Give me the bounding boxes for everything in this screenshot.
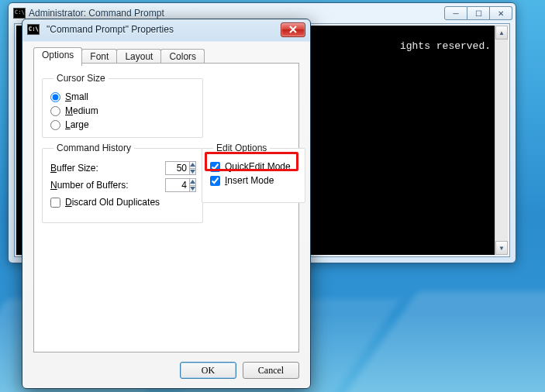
tab-page-options: Cursor Size SSmallmall Medium Large Comm…	[33, 63, 299, 352]
buffer-size-up[interactable]	[190, 162, 195, 169]
properties-dialog: "Command Prompt" Properties Options Font…	[22, 19, 311, 389]
insert-mode[interactable]: Insert Mode	[210, 174, 297, 187]
group-cursor-size-label: Cursor Size	[53, 73, 109, 84]
discard-dupes-checkbox[interactable]	[50, 198, 60, 208]
group-edit-options-label: Edit Options	[213, 143, 270, 153]
dialog-cmd-icon	[27, 24, 40, 35]
dialog-buttons: OK Cancel	[180, 362, 299, 379]
scroll-up-button[interactable]: ▲	[495, 26, 508, 40]
cancel-button[interactable]: Cancel	[243, 362, 299, 379]
close-icon	[289, 26, 297, 33]
radio-small[interactable]: SSmallmall	[50, 90, 195, 104]
cmd-scrollbar[interactable]: ▲ ▼	[495, 26, 508, 255]
group-cursor-size: Cursor Size SSmallmall Medium Large	[42, 73, 203, 138]
num-buffers-input[interactable]	[165, 178, 189, 192]
radio-medium[interactable]: Medium	[50, 104, 195, 118]
radio-medium-input[interactable]	[50, 106, 60, 116]
radio-large-input[interactable]	[50, 120, 60, 130]
num-buffers-label: Number of Buffers:	[50, 180, 160, 191]
group-edit-options: Edit Options QuickEdit Mode Insert Mode	[202, 143, 305, 203]
group-command-history: Command History Buffer Size: Number of B…	[42, 143, 203, 223]
radio-large[interactable]: Large	[50, 118, 195, 132]
close-button[interactable]: ✕	[490, 6, 512, 20]
quickedit-checkbox[interactable]	[210, 162, 220, 172]
dialog-close-button[interactable]	[281, 22, 305, 37]
discard-dupes[interactable]: Discard Old Duplicates	[50, 195, 195, 209]
buffer-size-spinner[interactable]	[165, 161, 195, 175]
dialog-title: "Command Prompt" Properties	[47, 24, 174, 35]
num-buffers-up[interactable]	[190, 179, 195, 186]
radio-small-input[interactable]	[50, 92, 60, 102]
tab-options[interactable]: Options	[33, 47, 82, 66]
cmd-text: ights reserved.	[400, 40, 491, 53]
maximize-button[interactable]: ☐	[467, 6, 490, 20]
num-buffers-down[interactable]	[190, 186, 195, 192]
minimize-button[interactable]: ─	[444, 6, 467, 20]
tab-strip: Options Font Layout Colors	[33, 47, 204, 64]
scroll-down-button[interactable]: ▼	[495, 241, 508, 255]
buffer-size-down[interactable]	[190, 169, 195, 175]
cmd-icon	[13, 8, 26, 19]
ok-button[interactable]: OK	[180, 362, 236, 379]
dialog-titlebar[interactable]: "Command Prompt" Properties	[22, 19, 310, 40]
num-buffers-spinner[interactable]	[165, 178, 195, 192]
insert-checkbox[interactable]	[210, 176, 220, 186]
buffer-size-input[interactable]	[165, 161, 189, 175]
quickedit-mode[interactable]: QuickEdit Mode	[210, 160, 297, 174]
group-command-history-label: Command History	[53, 143, 134, 153]
buffer-size-label: Buffer Size:	[50, 163, 160, 174]
cmd-title: Administrator: Command Prompt	[29, 8, 444, 19]
